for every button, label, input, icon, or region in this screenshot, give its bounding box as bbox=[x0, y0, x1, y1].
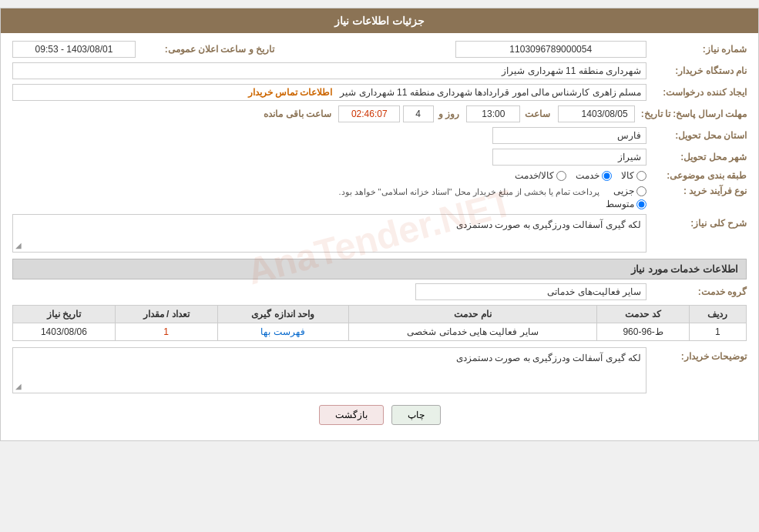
buyer-notes-section: توضیحات خریدار: لکه گیری آسفالت ودرزگیری… bbox=[12, 347, 747, 393]
category-kala-radio[interactable] bbox=[636, 171, 646, 181]
table-row: 1 ط-96-960 سایر فعالیت هایی خدماتی شخصی … bbox=[13, 323, 747, 341]
col-unit: واحد اندازه گیری bbox=[217, 306, 348, 323]
cell-service-code: ط-96-960 bbox=[597, 323, 690, 341]
category-kala-label: کالا bbox=[621, 170, 634, 181]
back-button[interactable]: بازگشت bbox=[319, 405, 384, 425]
buyer-org-row: نام دستگاه خریدار: شهرداری منطقه 11 شهرد… bbox=[12, 62, 747, 79]
response-time-label: ساعت bbox=[520, 109, 555, 119]
requester-row: ایجاد کننده درخواست: مسلم زاهری کارشناس … bbox=[12, 84, 747, 101]
category-kala: کالا bbox=[621, 170, 646, 181]
category-khedmat-label: خدمت bbox=[576, 170, 599, 181]
purchase-type-row: نوع فرآیند خرید : جزیی متوسط پرداخت تمام… bbox=[12, 186, 747, 209]
city-value: شیراز bbox=[492, 149, 646, 166]
category-khedmat-radio[interactable] bbox=[602, 171, 612, 181]
services-table: ردیف کد حدمت نام حدمت واحد اندازه گیری ت… bbox=[12, 305, 747, 341]
category-radio-group: کالا خدمت کالا/خدمت bbox=[515, 170, 646, 181]
response-remaining-label: ساعت باقی مانده bbox=[259, 109, 336, 119]
buyer-notes-label: توضیحات خریدار: bbox=[646, 347, 747, 362]
cell-unit: فهرست بها bbox=[217, 323, 348, 341]
cell-date: 1403/08/06 bbox=[13, 323, 116, 341]
category-label: طبقه بندی موضوعی: bbox=[646, 170, 747, 181]
service-group-label: گروه خدمت: bbox=[646, 286, 747, 297]
need-number-row: شماره نیاز: 1103096789000054 تاریخ و ساع… bbox=[12, 41, 747, 58]
purchase-type-mutavaset: متوسط bbox=[606, 199, 646, 209]
city-row: شهر محل تحویل: شیراز bbox=[12, 149, 747, 166]
service-group-row: گروه خدمت: سایر فعالیت‌های خدماتی bbox=[12, 283, 747, 300]
response-deadline-row: مهلت ارسال پاسخ: تا تاریخ: 1403/08/05 سا… bbox=[12, 105, 747, 122]
action-buttons: چاپ بازگشت bbox=[12, 405, 747, 425]
page-title: جزئیات اطلاعات نیاز bbox=[1, 8, 758, 33]
service-group-value: سایر فعالیت‌های خدماتی bbox=[415, 283, 646, 300]
unit-link[interactable]: فهرست بها bbox=[260, 326, 304, 337]
cell-quantity: 1 bbox=[115, 323, 217, 341]
requester-contact-link[interactable]: اطلاعات تماس خریدار bbox=[248, 87, 333, 98]
purchase-note: پرداخت تمام یا بخشی از مبلغ خریدار محل "… bbox=[338, 186, 599, 197]
buyer-notes-text: لکه گیری آسفالت ودرزگیری به صورت دستمزدی bbox=[456, 353, 641, 363]
resize-handle-icon: ◢ bbox=[15, 241, 22, 249]
col-date: تاریخ نیاز bbox=[13, 306, 116, 323]
response-time-value: 13:00 bbox=[466, 105, 520, 122]
purchase-type-jozee: جزیی bbox=[606, 186, 646, 196]
requester-value: مسلم زاهری کارشناس مالی امور قراردادها ش… bbox=[12, 84, 646, 101]
announce-date-label: تاریخ و ساعت اعلان عمومی: bbox=[136, 44, 274, 55]
col-row-num: ردیف bbox=[689, 306, 746, 323]
category-kala-khedmat: کالا/خدمت bbox=[515, 170, 566, 181]
response-date-value: 1403/08/05 bbox=[558, 105, 635, 122]
need-description-text: لکه گیری آسفالت ودرزگیری به صورت دستمزدی bbox=[456, 219, 641, 230]
purchase-mutavaset-radio[interactable] bbox=[636, 199, 646, 209]
col-service-code: کد حدمت bbox=[597, 306, 690, 323]
category-row: طبقه بندی موضوعی: کالا خدمت کالا/خدمت bbox=[12, 170, 747, 181]
need-description-label: شرح کلی نیاز: bbox=[646, 214, 747, 229]
services-section-header: اطلاعات خدمات مورد نیاز bbox=[12, 259, 747, 279]
need-number-value: 1103096789000054 bbox=[455, 41, 647, 58]
category-kala-khedmat-radio[interactable] bbox=[556, 171, 566, 181]
province-label: استان محل تحویل: bbox=[646, 130, 747, 141]
province-row: استان محل تحویل: فارس bbox=[12, 127, 747, 144]
response-days-value: 4 bbox=[403, 105, 434, 122]
province-value: فارس bbox=[492, 127, 646, 144]
category-kala-khedmat-label: کالا/خدمت bbox=[515, 170, 554, 181]
buyer-org-value: شهرداری منطقه 11 شهرداری شیراز bbox=[12, 62, 646, 79]
city-label: شهر محل تحویل: bbox=[646, 152, 747, 162]
response-day-label: روز و bbox=[434, 109, 464, 119]
print-button[interactable]: چاپ bbox=[391, 405, 441, 425]
need-description-row: شرح کلی نیاز: لکه گیری آسفالت ودرزگیری ب… bbox=[12, 214, 747, 253]
announce-date-value: 1403/08/01 - 09:53 bbox=[12, 41, 136, 58]
purchase-jozee-radio[interactable] bbox=[636, 186, 646, 196]
purchase-mutavaset-label: متوسط bbox=[606, 199, 634, 209]
cell-service-name: سایر فعالیت هایی خدماتی شخصی bbox=[348, 323, 597, 341]
category-khedmat: خدمت bbox=[576, 170, 612, 181]
response-deadline-label: مهلت ارسال پاسخ: تا تاریخ: bbox=[635, 109, 747, 119]
need-number-label: شماره نیاز: bbox=[646, 44, 747, 55]
need-description-box: لکه گیری آسفالت ودرزگیری به صورت دستمزدی… bbox=[12, 214, 646, 253]
purchase-jozee-label: جزیی bbox=[613, 186, 634, 196]
resize-handle-icon-2: ◢ bbox=[15, 382, 22, 390]
buyer-org-label: نام دستگاه خریدار: bbox=[646, 65, 747, 76]
response-remaining-value: 02:46:07 bbox=[338, 105, 400, 122]
col-service-name: نام حدمت bbox=[348, 306, 597, 323]
requester-label: ایجاد کننده درخواست: bbox=[646, 87, 747, 98]
cell-row-num: 1 bbox=[689, 323, 746, 341]
buyer-notes-box: لکه گیری آسفالت ودرزگیری به صورت دستمزدی… bbox=[12, 347, 646, 393]
col-quantity: تعداد / مقدار bbox=[115, 306, 217, 323]
purchase-type-label: نوع فرآیند خرید : bbox=[646, 186, 747, 196]
